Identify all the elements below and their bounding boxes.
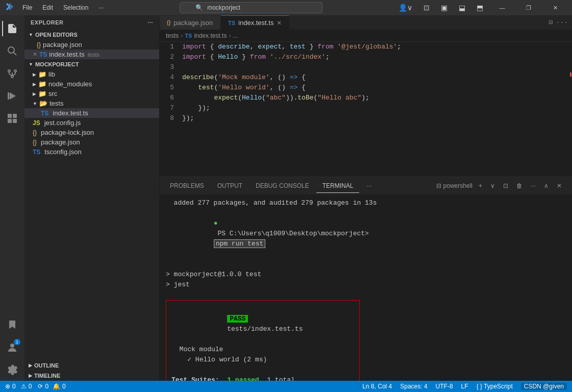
indentation-status[interactable]: Spaces: 4	[400, 383, 427, 390]
sidebar: EXPLORER ··· ▼ OPEN EDITORS {} package.j…	[24, 15, 160, 381]
editor-area: {} package.json TS index.test.ts ✕ ⊡ ···…	[160, 15, 572, 381]
open-editor-package-json[interactable]: {} package.json	[24, 40, 159, 50]
tab-more[interactable]: ···	[360, 179, 378, 192]
error-icon: ⊗	[5, 383, 10, 390]
breadcrumb-more[interactable]: ...	[233, 32, 238, 39]
chevron-right-icon: ▶	[33, 91, 36, 96]
open-editors-section[interactable]: ▼ OPEN EDITORS	[24, 30, 159, 40]
tab-json-icon: {}	[167, 19, 170, 26]
tab-problems[interactable]: PROBLEMS	[164, 179, 210, 192]
terminal-line: Mock module	[171, 345, 354, 355]
kill-terminal-btn[interactable]: 🗑	[514, 181, 525, 190]
sync-status[interactable]: ⟳ 0 🔔 0	[38, 383, 65, 390]
file-tsconfig-json[interactable]: TS tsconfig.json	[24, 147, 159, 157]
minimize-button[interactable]: —	[490, 0, 514, 15]
activity-files[interactable]	[2, 18, 22, 39]
menu-bar: File Edit Selection ···	[18, 3, 108, 12]
chevron-right-icon: ▶	[29, 363, 32, 368]
toggle-panel-btn[interactable]: ⊡	[501, 181, 510, 190]
breadcrumb: tests › TS index.test.ts › ...	[160, 30, 572, 42]
folder-lib[interactable]: ▶ 📁 lib	[24, 69, 159, 79]
terminal-line: > jest	[166, 280, 566, 290]
tab-index-test-ts[interactable]: TS index.test.ts ✕	[221, 15, 289, 30]
avatar-btn[interactable]: 👤∨	[394, 3, 416, 13]
activity-bookmarks[interactable]	[2, 314, 22, 335]
panel-toggle[interactable]: ⬓	[455, 3, 469, 13]
folder-tests[interactable]: ▼ 📂 tests	[24, 99, 159, 108]
code-content[interactable]: import { describe, expect, test } from '…	[178, 42, 567, 177]
maximize-button[interactable]: ❐	[517, 0, 540, 15]
svg-point-0	[8, 47, 14, 53]
breadcrumb-file[interactable]: index.test.ts	[194, 32, 227, 39]
encoding-status[interactable]: UTF-8	[436, 383, 453, 390]
svg-line-1	[14, 53, 17, 56]
status-bar: ⊗ 0 ⚠ 0 ⟳ 0 🔔 0 Ln 8, Col 4 Spaces: 4 UT…	[0, 381, 572, 392]
terminal-content[interactable]: added 277 packages, and audited 279 pack…	[160, 195, 572, 381]
tab-output[interactable]: OUTPUT	[211, 179, 248, 192]
svg-point-2	[8, 70, 10, 72]
maximize-panel-btn[interactable]: ∧	[542, 181, 551, 190]
folder-src[interactable]: ▶ 📁 src	[24, 89, 159, 99]
tab-terminal[interactable]: TERMINAL	[316, 179, 360, 193]
split-terminal-btn[interactable]: ∨	[488, 181, 497, 190]
terminal-line	[166, 259, 566, 270]
code-line-3	[182, 62, 563, 72]
breadcrumb-tests[interactable]: tests	[166, 32, 179, 39]
code-line-1: import { describe, expect, test } from '…	[182, 42, 563, 52]
file-package-json[interactable]: {} package.json	[24, 137, 159, 147]
activity-settings[interactable]	[2, 359, 22, 380]
code-editor: 1 2 3 4 5 6 7 8 import { describe, expec…	[160, 42, 572, 177]
activity-search[interactable]	[2, 41, 22, 61]
tabs-bar: {} package.json TS index.test.ts ✕ ⊡ ···	[160, 15, 572, 30]
file-package-lock-json[interactable]: {} package-lock.json	[24, 128, 159, 137]
tab-close-icon[interactable]: ✕	[277, 19, 282, 27]
code-line-6: expect(Hello("abc")).toBe("Hello abc");	[182, 93, 563, 103]
breadcrumb-ts-icon: TS	[185, 33, 192, 39]
terminal-line: > mockporject@1.0.0 test	[166, 270, 566, 280]
json-file-icon: {}	[33, 139, 37, 146]
activity-accounts[interactable]: 1	[2, 337, 22, 357]
open-editor-index-test-ts[interactable]: ✕ TS index.test.ts tests	[24, 50, 159, 59]
panel-right-toggle[interactable]: ⬒	[472, 3, 487, 13]
new-terminal-btn[interactable]: +	[477, 181, 484, 190]
folder-node-modules[interactable]: ▶ 📁 node_modules	[24, 79, 159, 89]
project-section[interactable]: ▼ MOCKPORJECT	[24, 59, 159, 69]
cursor-position-status[interactable]: Ln 8, Col 4	[362, 383, 392, 390]
activity-source-control[interactable]	[2, 63, 22, 84]
line-ending-status[interactable]: LF	[461, 383, 468, 390]
split-editor-icon[interactable]: ⊡	[549, 18, 553, 27]
layout-btn[interactable]: ⊡	[419, 3, 434, 13]
activity-run[interactable]	[2, 86, 22, 106]
js-file-icon: JS	[33, 119, 40, 127]
sidebar-more[interactable]: ···	[147, 19, 153, 26]
sync-icon: ⟳	[38, 383, 43, 390]
close-panel-btn[interactable]: ✕	[555, 181, 564, 190]
menu-more[interactable]: ···	[94, 3, 108, 12]
more-actions-icon[interactable]: ···	[556, 19, 568, 27]
tab-right-icons: ⊡ ···	[545, 18, 572, 27]
account-status[interactable]: CSDN @given	[521, 383, 567, 390]
language-mode-status[interactable]: { } TypeScript	[477, 383, 513, 390]
search-icon: 🔍	[195, 4, 203, 11]
tab-package-json[interactable]: {} package.json	[160, 16, 221, 30]
tab-debug-console[interactable]: DEBUG CONSOLE	[250, 179, 315, 192]
file-index-test-ts[interactable]: TS index.test.ts	[24, 108, 159, 118]
activity-extensions[interactable]	[2, 108, 22, 129]
close-button[interactable]: ✕	[543, 0, 567, 15]
menu-edit[interactable]: Edit	[38, 3, 57, 12]
terminal-shell-label: ⊟ powershell	[436, 182, 472, 189]
outline-section[interactable]: ▶ OUTLINE	[24, 360, 159, 371]
search-bar[interactable]: 🔍 mockporject	[112, 2, 390, 13]
menu-file[interactable]: File	[18, 3, 36, 12]
errors-warnings-status[interactable]: ⊗ 0 ⚠ 0	[5, 383, 32, 390]
sidebar-toggle[interactable]: ▣	[437, 3, 452, 13]
ts-file-icon: TS	[39, 51, 47, 58]
timeline-section[interactable]: ▶ TIMELINE	[24, 371, 159, 381]
svg-rect-7	[8, 92, 9, 100]
close-icon[interactable]: ✕	[33, 51, 37, 58]
file-jest-config-js[interactable]: JS jest.config.js	[24, 118, 159, 128]
warning-icon: ⚠	[21, 383, 27, 390]
panel-right-controls: ⊟ powershell + ∨ ⊡ 🗑 ··· ∧ ✕	[432, 181, 568, 190]
menu-selection[interactable]: Selection	[59, 3, 92, 12]
more-terminal-btn[interactable]: ···	[529, 181, 538, 190]
